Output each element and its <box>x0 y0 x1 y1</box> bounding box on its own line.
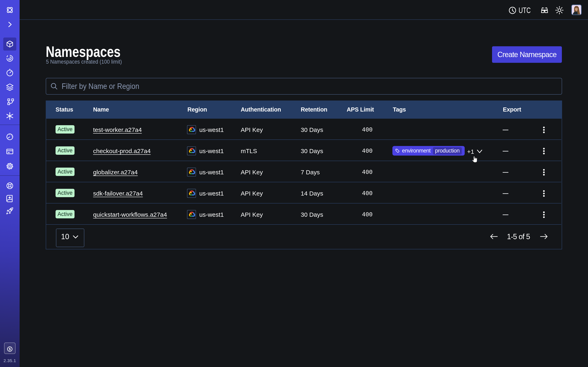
svg-text:$: $ <box>9 347 11 351</box>
